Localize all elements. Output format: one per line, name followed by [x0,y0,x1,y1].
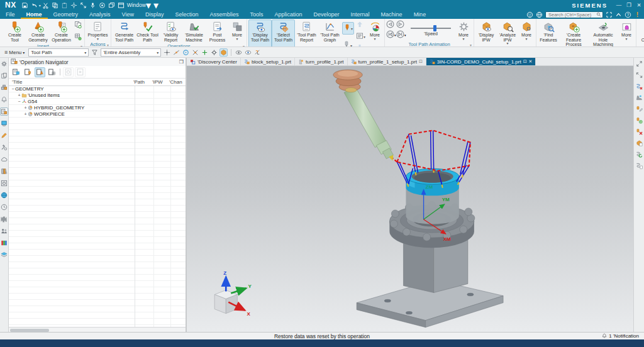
show-hide-icon[interactable] [235,48,243,57]
close-tab-icon[interactable]: ✕ [529,59,533,64]
speed-slider[interactable] [411,25,451,31]
edit-operation-icon[interactable] [635,105,643,113]
workpiece-cylinder[interactable] [406,168,458,224]
menu-tab-internal[interactable]: Internal [345,10,375,19]
tool-display-button[interactable]: ▾ [342,40,354,47]
circle-center-icon[interactable] [182,48,190,57]
pin-icon[interactable]: ⊡ [419,59,423,64]
part-tab[interactable]: 3IN-CORD_DEMO_CuNi_setup_1.prt⊡✕ [426,58,536,65]
go-to-end-button[interactable]: ▾ [396,31,407,40]
menu-button[interactable]: ≡Menu▾ [3,49,26,55]
expander-icon[interactable]: + [17,93,21,97]
create-program-button[interactable] [74,19,82,31]
menu-tab-developer[interactable]: Developer [308,10,345,19]
column-header-0[interactable]: 'Title [9,79,133,85]
maximize-icon[interactable] [635,60,643,68]
select-tool-path-button[interactable]: 'Select Tool Path [272,19,295,47]
scope-combo[interactable]: 'Entire Assembly▾ [101,48,161,57]
window-menu[interactable]: Window [127,2,146,8]
properties-doc-icon[interactable] [63,67,74,77]
create-feature-process-button[interactable]: 'Create Feature Process [559,19,588,47]
parts-icon[interactable] [0,72,8,80]
fit-view-icon[interactable] [70,1,79,9]
list-tool-path-icon[interactable] [635,162,643,170]
snap-point-icon[interactable] [163,48,171,57]
create-operation-small-icon[interactable] [635,116,643,124]
minimize-button[interactable]: — [614,0,624,10]
cut-icon[interactable] [42,1,50,9]
expander-icon[interactable]: − [11,87,15,91]
expander-icon[interactable]: + [23,106,28,110]
column-header-3[interactable]: 'Chan [169,79,186,85]
machine-tool-navigator-icon[interactable] [0,119,8,128]
machining-method-view-icon[interactable] [47,67,57,77]
show-ipw-icon[interactable] [635,139,643,147]
speed-slider-thumb[interactable] [433,25,436,31]
tools-icon[interactable] [0,143,8,151]
window-menu-dropdown-icon[interactable]: ▾ [146,0,151,11]
operation-navigator-icon[interactable] [0,107,8,116]
refresh-tool-path-icon[interactable] [635,150,643,158]
intersection-icon[interactable] [191,48,199,57]
edit-icon[interactable] [0,131,8,140]
program-order-view-icon[interactable] [11,67,21,77]
menu-tab-tools[interactable]: Tools [244,10,269,19]
pin-icon[interactable]: ⊡ [523,59,527,64]
microphone-icon[interactable] [89,1,97,9]
undock-panel-button[interactable]: ❒ [179,59,184,65]
animation-dialog-launcher-icon[interactable]: ▾ [470,43,472,47]
menu-tab-application[interactable]: Application [269,10,308,19]
menu-tab-view[interactable]: View [116,10,140,19]
play-forward-button[interactable] [396,21,407,30]
history-icon[interactable] [0,203,8,211]
go-to-start-button[interactable]: ▾ [386,31,396,40]
undo-dropdown-icon[interactable]: ▾ [39,3,41,8]
create-operation-button[interactable]: Create Operation [50,19,73,43]
create-tool-button[interactable]: Create Tool [3,19,26,43]
notification-area[interactable]: 1 'Notification [602,333,644,339]
web-browser-icon[interactable] [0,191,8,199]
tree-row[interactable]: −GEOMETRY [9,86,186,92]
operations-more-button[interactable]: More▾ [229,19,245,43]
animation-more-button[interactable]: More▾ [455,19,472,41]
move-down-button[interactable] [355,42,366,47]
simulate-machine-button[interactable]: 'Simulate Machine [182,19,206,43]
plus-snap-icon[interactable] [201,48,209,57]
column-header-1[interactable]: 'Path [133,79,152,85]
delete-operation-icon[interactable] [635,128,643,136]
type-filter-combo[interactable]: Tool Path▾ [28,48,89,57]
machine-tool-view-icon[interactable] [23,67,33,77]
menu-tab-display[interactable]: Display [140,10,170,19]
menu-tab-machine[interactable]: Machine [375,10,408,19]
menu-tab-mine[interactable]: Mine [408,10,432,19]
menu-tab-home[interactable]: Home [21,10,48,19]
assembly-navigator-icon[interactable] [0,84,8,92]
selection-filter-icon[interactable] [91,48,99,57]
close-button[interactable]: ✕ [634,0,644,10]
learn-icon[interactable] [526,11,534,18]
process-studio-icon[interactable] [0,215,8,223]
navigator-hscrollbar-thumb[interactable] [10,329,49,332]
menu-tab-analysis[interactable]: Analysis [84,10,116,19]
geometry-view-icon[interactable] [35,67,45,77]
list-button[interactable]: ▾ [355,31,366,42]
notifications-icon[interactable] [0,96,8,104]
alert-icon[interactable]: ! [633,11,641,18]
tree-row[interactable]: −G54 [9,99,186,105]
roles-icon[interactable] [0,227,8,235]
gearbox-icon[interactable] [0,179,8,187]
post-process-button[interactable]: Post Process [206,19,229,43]
menu-tab-selection[interactable]: Selection [169,10,204,19]
show-tool-button[interactable]: ▾ [342,22,354,35]
part-tab[interactable]: turn_profile_1_setup_1.prt⊡ [348,58,426,65]
display-tool-path-button[interactable]: 'Display Tool Path [248,19,272,47]
analyze-ipw-button[interactable]: 'Analyze IPW▾ [497,19,518,46]
settings-icon[interactable] [0,60,8,68]
graphics-viewport[interactable]: ZM YM XM Z Y X [187,66,633,332]
display-more-button[interactable]: More▾ [367,19,383,47]
section-icon[interactable] [253,48,262,57]
machine-simulation-icon[interactable] [635,94,643,102]
eye-icon[interactable] [244,48,252,57]
part-tab[interactable]: block_setup_1.prt [241,58,295,65]
midpoint-icon[interactable] [172,48,180,57]
